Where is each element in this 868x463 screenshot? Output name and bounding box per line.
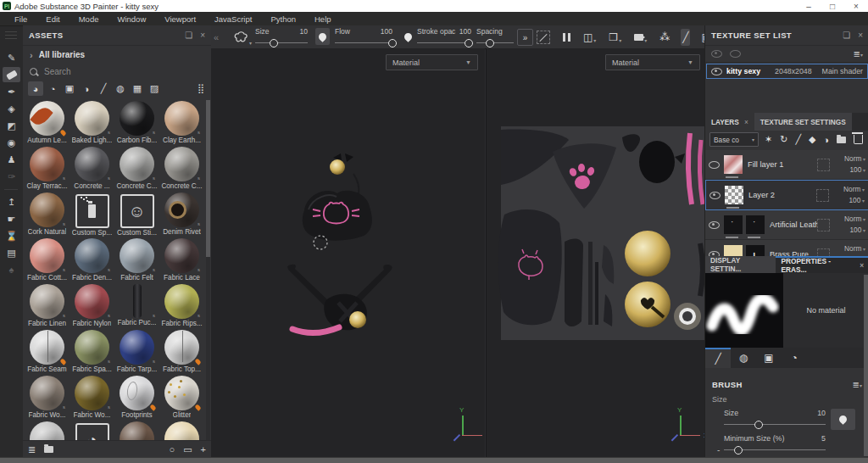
filter-smart-masks-icon[interactable]: ▣	[62, 81, 77, 96]
asset-tile[interactable]: Autumn Le...	[25, 100, 70, 146]
asset-tile[interactable]: Custom Sp...	[70, 192, 114, 237]
layer-blend-opacity[interactable]: Norm ▾100 ▾	[834, 153, 865, 176]
asset-tile[interactable]: Concrete ...s	[70, 146, 114, 192]
asset-tile[interactable]: Footprints	[114, 375, 159, 421]
flow-slider[interactable]	[335, 42, 392, 43]
import-assets-icon[interactable]: ▭	[183, 444, 192, 455]
hide-all-icon[interactable]	[730, 50, 741, 58]
menu-javascript[interactable]: JavaScript	[205, 14, 261, 24]
close-icon[interactable]: ×	[200, 31, 205, 40]
tab-stencil[interactable]: ▣	[756, 348, 782, 368]
asset-folder-icon[interactable]	[44, 446, 53, 453]
refresh-assets-icon[interactable]: ○	[170, 444, 175, 455]
pause-engine-button[interactable]	[561, 29, 572, 46]
menu-window[interactable]: Window	[108, 14, 155, 24]
properties-scrollbar[interactable]	[864, 273, 868, 458]
asset-tile[interactable]: Fabric Wo...s	[25, 375, 70, 421]
asset-tile[interactable]	[114, 421, 159, 441]
particles-button[interactable]: ⁂	[658, 29, 671, 46]
asset-details-icon[interactable]: ≣	[28, 444, 36, 455]
layer-mask-slot[interactable]	[816, 189, 829, 202]
asset-tile[interactable]: Denim Rivets	[159, 192, 204, 237]
add-folder-icon[interactable]	[837, 137, 846, 143]
export-tool-icon[interactable]: ↥	[3, 194, 20, 209]
paint-tool-icon[interactable]: ✎	[3, 50, 20, 65]
add-mask-icon[interactable]: ◑	[824, 135, 830, 145]
minimum-size-slider[interactable]: -	[724, 449, 826, 450]
filter-alphas-icon[interactable]: ◍	[113, 81, 128, 96]
minimize-button[interactable]: –	[797, 2, 821, 11]
layer-blend-opacity[interactable]: Norm ▾100 ▾	[833, 184, 865, 206]
assets-scrollbar[interactable]	[206, 100, 210, 441]
texture-set-row[interactable]: kitty sexy 2048x2048 Main shader	[706, 64, 868, 79]
layer-row[interactable]: Brass PureNorm ▾100 ▾	[705, 240, 868, 256]
filter-brushes-icon[interactable]: ╱	[96, 81, 111, 96]
filter-textures-icon[interactable]: ▦	[130, 81, 145, 96]
viewport-2d[interactable]: Material▼	[486, 48, 705, 458]
filter-smart-materials-icon[interactable]: ◔	[45, 81, 60, 96]
asset-tile[interactable]: Fabric Den...s	[70, 237, 114, 283]
add-effect-icon[interactable]: ✶	[765, 134, 772, 145]
quick-pick-tool-icon[interactable]: ☛	[3, 211, 20, 226]
brush-options-icon[interactable]: ≣▾	[853, 380, 862, 389]
bake-tool-icon[interactable]: ⌛	[3, 228, 20, 243]
delete-layer-icon[interactable]	[854, 135, 863, 144]
asset-tile[interactable]: Fabric Tarp...s	[114, 329, 159, 375]
asset-tile[interactable]: Cork Naturals	[25, 192, 70, 237]
asset-tile[interactable]: Baked Ligh...s	[70, 100, 114, 146]
undock-icon[interactable]: ❏	[843, 31, 850, 40]
layer-visibility-icon[interactable]	[709, 161, 720, 169]
particle-brush-tool-icon[interactable]: ✑	[3, 169, 20, 184]
size-slider[interactable]	[255, 42, 308, 43]
layer-visibility-icon[interactable]	[709, 192, 721, 199]
camera-mode-button[interactable]: ▾	[632, 29, 648, 46]
filter-environments-icon[interactable]: ▨	[147, 81, 162, 96]
mask-tool-icon[interactable]: ♠	[3, 262, 20, 277]
layer-blend-opacity[interactable]: Norm ▾100 ▾	[834, 243, 865, 256]
asset-tile[interactable]: Fabric Puc...s	[114, 283, 159, 329]
add-paint-layer-icon[interactable]: ╱	[795, 134, 801, 145]
menu-viewport[interactable]: Viewport	[155, 14, 205, 24]
asset-tile[interactable]: Fabric Wo...s	[70, 375, 114, 421]
tab-properties-eraser[interactable]: PROPERTIES - ERAS...×	[776, 256, 868, 273]
asset-tile[interactable]: Carbon Fib...s	[114, 100, 159, 146]
grid-view-icon[interactable]: ⣿	[198, 83, 204, 94]
resources-tool-icon[interactable]: ▤	[3, 245, 20, 260]
texture-set-visibility-icon[interactable]	[711, 68, 722, 75]
layer-visibility-icon[interactable]	[709, 221, 720, 229]
asset-tile[interactable]: Clay Terrac...s	[25, 146, 70, 192]
layer-opacity[interactable]: 100 ▾	[833, 195, 865, 206]
add-smart-material-icon[interactable]: ↻	[780, 134, 787, 145]
close-icon[interactable]: ×	[858, 31, 863, 40]
tab-display-settings[interactable]: DISPLAY SETTIN...	[705, 256, 776, 273]
menu-python[interactable]: Python	[261, 14, 305, 24]
layer-mask-slot[interactable]	[817, 219, 830, 232]
brush-preset-button[interactable]	[315, 28, 330, 45]
asset-tile[interactable]: Fabric Felts	[114, 237, 159, 283]
channel-dropdown[interactable]: Base co▾	[709, 132, 759, 147]
blend-mode[interactable]: Norm ▾	[834, 243, 865, 254]
menu-help[interactable]: Help	[305, 14, 341, 24]
layer-row[interactable]: Fill layer 1Norm ▾100 ▾	[705, 150, 868, 180]
library-selector[interactable]: › All libraries	[23, 46, 211, 64]
show-all-icon[interactable]	[711, 50, 722, 58]
mirror-view-button[interactable]: ◫▾	[581, 29, 598, 46]
expand-toolbar-button[interactable]: »	[517, 29, 533, 46]
asset-tile[interactable]: Fabric Rips...s	[159, 283, 204, 329]
asset-tile[interactable]: Fabric Cott...s	[25, 237, 70, 283]
asset-tile[interactable]: Fabric Top...	[159, 329, 204, 375]
list-options-icon[interactable]: ≣▾	[854, 49, 863, 59]
add-assets-icon[interactable]: +	[201, 444, 206, 455]
tab-brush[interactable]: ╱	[705, 348, 731, 368]
brush-size-slider[interactable]	[724, 424, 826, 425]
blend-mode[interactable]: Norm ▾	[834, 214, 865, 225]
asset-tile[interactable]	[159, 421, 204, 441]
spacing-slider[interactable]	[476, 42, 514, 43]
blend-mode[interactable]: Norm ▾	[834, 153, 865, 165]
layer-mask-slot[interactable]	[817, 248, 830, 257]
brush-tool-button[interactable]: ╱	[681, 29, 690, 46]
filter-filters-icon[interactable]: ◑	[79, 81, 94, 96]
stroke-opacity-slider[interactable]	[417, 42, 471, 43]
tab-layers[interactable]: LAYERS×	[705, 113, 754, 131]
asset-tile[interactable]: Fabric Nylons	[70, 283, 114, 329]
